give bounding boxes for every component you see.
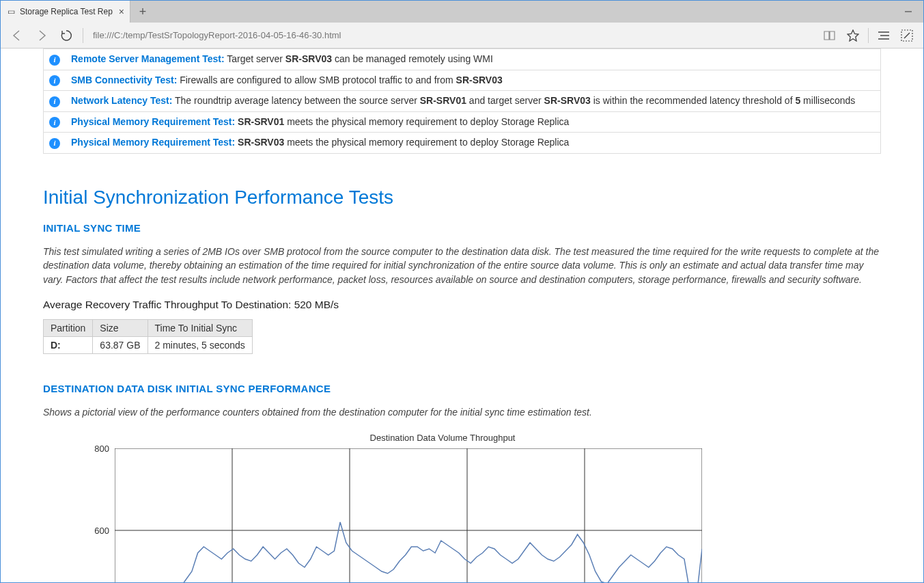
window-titlebar: ▭ Storage Replica Test Rep × + xyxy=(1,1,923,23)
test-icon-cell: i xyxy=(44,91,66,112)
test-row: iSMB Connectivity Test: Firewalls are co… xyxy=(44,70,881,91)
section-description: Shows a pictorial view of the performanc… xyxy=(43,405,881,419)
chart-container: 800 600 xyxy=(115,448,881,582)
pen-icon xyxy=(901,29,913,42)
test-icon-cell: i xyxy=(44,133,66,154)
forward-button[interactable] xyxy=(31,25,53,46)
tab-title: Storage Replica Test Rep xyxy=(20,7,115,16)
table-header: Time To Initial Sync xyxy=(148,319,252,336)
test-message: Physical Memory Requirement Test: SR-SRV… xyxy=(66,133,881,154)
section-description: This test simulated writing a series of … xyxy=(43,245,881,286)
info-icon: i xyxy=(49,55,60,66)
page-content[interactable]: iRemote Server Management Test: Target s… xyxy=(1,49,923,582)
back-button[interactable] xyxy=(6,25,28,46)
chart-title: Destination Data Volume Throughput xyxy=(115,433,770,443)
test-message: Network Latency Test: The roundtrip aver… xyxy=(66,91,881,112)
new-tab-button[interactable]: + xyxy=(130,1,155,23)
throughput-label: Average Recovery Traffic Throughput To D… xyxy=(43,299,294,310)
table-cell: D: xyxy=(44,336,93,353)
throughput-value: 520 MB/s xyxy=(294,299,339,310)
info-icon: i xyxy=(49,117,60,128)
table-cell: 63.87 GB xyxy=(93,336,148,353)
test-icon-cell: i xyxy=(44,111,66,133)
section-heading: Initial Synchronization Performance Test… xyxy=(43,187,881,208)
test-message: Remote Server Management Test: Target se… xyxy=(66,49,881,70)
hub-icon xyxy=(878,31,890,40)
subsection-heading: INITIAL SYNC TIME xyxy=(43,222,881,234)
y-tick-label: 800 xyxy=(94,444,109,454)
info-icon: i xyxy=(49,75,60,86)
y-tick-label: 600 xyxy=(94,526,109,536)
minimize-button[interactable] xyxy=(893,1,923,23)
table-header: Size xyxy=(93,319,148,336)
back-arrow-icon xyxy=(11,29,23,42)
hub-button[interactable] xyxy=(873,25,895,46)
close-tab-icon[interactable]: × xyxy=(119,6,124,17)
table-cell: 2 minutes, 5 seconds xyxy=(148,336,252,353)
minimize-icon xyxy=(905,8,912,15)
test-message: Physical Memory Requirement Test: SR-SRV… xyxy=(66,111,881,133)
requirements-test-table: iRemote Server Management Test: Target s… xyxy=(43,49,881,154)
browser-toolbar: file:///C:/temp/TestSrTopologyReport-201… xyxy=(1,23,923,49)
forward-arrow-icon xyxy=(36,29,48,42)
initial-sync-table: Partition Size Time To Initial Sync D: 6… xyxy=(43,319,253,354)
toolbar-divider xyxy=(83,28,83,43)
refresh-icon xyxy=(60,29,72,42)
test-icon-cell: i xyxy=(44,70,66,91)
info-icon: i xyxy=(49,96,60,107)
reading-view-button[interactable] xyxy=(819,25,841,46)
throughput-line: Average Recovery Traffic Throughput To D… xyxy=(43,299,881,311)
favorites-button[interactable] xyxy=(842,25,864,46)
subsection-heading: DESTINATION DATA DISK INITIAL SYNC PERFO… xyxy=(43,383,881,394)
info-icon: i xyxy=(49,138,60,149)
refresh-button[interactable] xyxy=(55,25,77,46)
browser-tab[interactable]: ▭ Storage Replica Test Rep × xyxy=(1,1,130,23)
book-icon xyxy=(824,30,836,41)
test-icon-cell: i xyxy=(44,49,66,70)
throughput-chart xyxy=(115,448,702,582)
address-bar[interactable]: file:///C:/temp/TestSrTopologyReport-201… xyxy=(89,30,816,40)
test-row: iNetwork Latency Test: The roundtrip ave… xyxy=(44,91,881,112)
test-row: iPhysical Memory Requirement Test: SR-SR… xyxy=(44,133,881,154)
star-icon xyxy=(847,29,859,42)
test-message: SMB Connectivity Test: Firewalls are con… xyxy=(66,70,881,91)
table-row: D: 63.87 GB 2 minutes, 5 seconds xyxy=(44,336,253,353)
page-icon: ▭ xyxy=(6,7,16,16)
table-header: Partition xyxy=(44,319,93,336)
test-row: iPhysical Memory Requirement Test: SR-SR… xyxy=(44,111,881,133)
toolbar-divider xyxy=(868,28,869,43)
test-row: iRemote Server Management Test: Target s… xyxy=(44,49,881,70)
webnote-button[interactable] xyxy=(896,25,918,46)
